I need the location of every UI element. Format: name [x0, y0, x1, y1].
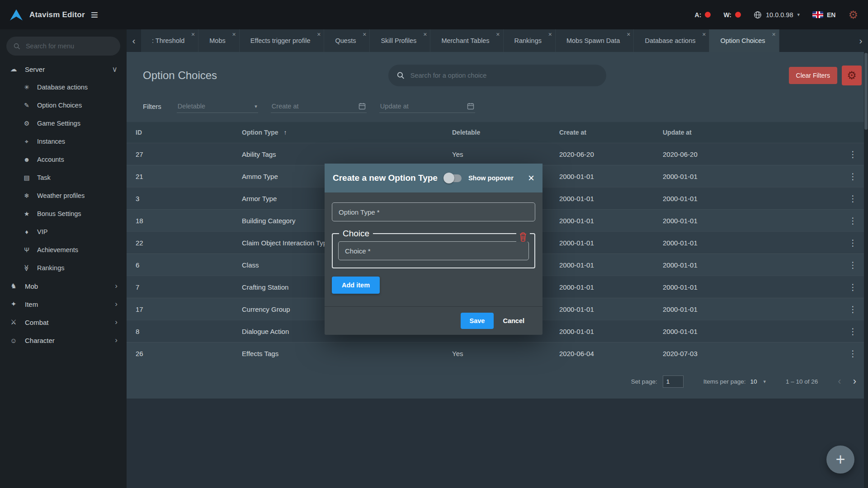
tabs-scroll-right-icon[interactable]: › — [854, 29, 868, 52]
tab-merchant-tables[interactable]: Merchant Tables × — [430, 29, 503, 52]
sidebar-item-option-choices[interactable]: ✎ Option Choices — [0, 96, 127, 114]
cell-update-at: 2020-06-20 — [663, 150, 840, 158]
row-menu-icon[interactable]: ⋮ — [846, 282, 860, 292]
delete-choice-button[interactable] — [516, 232, 530, 242]
table-settings-button[interactable]: ⚙ — [842, 66, 862, 85]
tab-mobs[interactable]: Mobs × — [198, 29, 239, 52]
tab-close-icon[interactable]: × — [232, 31, 236, 38]
items-per-page-select[interactable]: 10 ▾ — [750, 378, 766, 385]
tab-option-choices[interactable]: Option Choices × — [709, 29, 779, 52]
choice-input[interactable] — [338, 241, 529, 260]
tabs-scroll-left-icon[interactable]: ‹ — [127, 29, 141, 52]
sidebar-item-vip[interactable]: ♦ VIP — [0, 223, 127, 241]
table-row[interactable]: 26 Effects Tags Yes 2020-06-04 2020-07-0… — [127, 342, 868, 364]
tab-quests[interactable]: Quests × — [324, 29, 370, 52]
cell-id: 6 — [136, 261, 242, 269]
clear-filters-button[interactable]: Clear Filters — [789, 67, 837, 84]
next-page-icon[interactable]: › — [853, 375, 856, 387]
language-selector[interactable]: EN — [812, 11, 835, 19]
sidebar-group-combat[interactable]: ⚔ Combat › — [0, 313, 127, 331]
tab-close-icon[interactable]: × — [363, 31, 366, 38]
add-option-choice-fab[interactable]: + — [826, 446, 854, 474]
sidebar-item-accounts[interactable]: ☻ Accounts — [0, 150, 127, 169]
row-menu-icon[interactable]: ⋮ — [846, 149, 860, 160]
dialog-close-icon[interactable]: × — [528, 173, 534, 183]
row-menu-icon[interactable]: ⋮ — [846, 216, 860, 226]
column-header-option-type[interactable]: Option Type ↑ — [242, 129, 452, 136]
calendar-icon[interactable] — [359, 103, 366, 110]
sidebar-item-achievements[interactable]: Ψ Achievements — [0, 241, 127, 259]
tab-label: Rankings — [514, 37, 542, 44]
option-type-input[interactable] — [332, 202, 535, 221]
tab-close-icon[interactable]: × — [423, 31, 427, 38]
table-row[interactable]: 27 Ability Tags Yes 2020-06-20 2020-06-2… — [127, 143, 868, 165]
sidebar-group-item[interactable]: ✦ Item › — [0, 295, 127, 313]
deletable-filter-select[interactable]: Deletable ▾ — [177, 100, 258, 113]
vertical-scrollbar[interactable] — [864, 52, 868, 488]
tab-close-icon[interactable]: × — [627, 31, 630, 38]
sidebar-item-label: Weather profiles — [37, 192, 85, 199]
tab-rankings[interactable]: Rankings × — [504, 29, 556, 52]
items-per-page-label: Items per page: — [703, 378, 746, 385]
tab-skill-profiles[interactable]: Skill Profiles × — [370, 29, 430, 52]
tab-effects-trigger-profile[interactable]: Effects trigger profile × — [240, 29, 325, 52]
tab-close-icon[interactable]: × — [702, 31, 706, 38]
add-item-button[interactable]: Add item — [332, 277, 380, 294]
sidebar-item-rankings[interactable]: ≫ Rankings — [0, 259, 127, 277]
row-menu-icon[interactable]: ⋮ — [846, 238, 860, 248]
cell-update-at: 2000-01-01 — [663, 217, 840, 225]
cancel-button[interactable]: Cancel — [496, 313, 531, 329]
tab-threshold[interactable]: : Threshold × — [141, 29, 198, 52]
cell-id: 7 — [136, 283, 242, 291]
cell-update-at: 2020-07-03 — [663, 350, 840, 357]
column-header-id[interactable]: ID — [136, 129, 242, 136]
cell-id: 3 — [136, 195, 242, 202]
scrollbar-thumb[interactable] — [864, 53, 868, 130]
tab-close-icon[interactable]: × — [772, 31, 775, 38]
hamburger-menu-icon[interactable]: ≡ — [91, 9, 98, 21]
tab-close-icon[interactable]: × — [548, 31, 552, 38]
trash-icon — [519, 232, 528, 242]
tab-close-icon[interactable]: × — [317, 31, 321, 38]
sidebar-item-weather-profiles[interactable]: ❄ Weather profiles — [0, 187, 127, 205]
sidebar-item-task[interactable]: ▤ Task — [0, 169, 127, 187]
option-choice-search-input[interactable] — [410, 72, 598, 79]
row-menu-icon[interactable]: ⋮ — [846, 171, 860, 182]
column-header-create-at[interactable]: Create at — [559, 129, 663, 136]
instances-pin-icon: ⌖ — [23, 138, 31, 145]
update-at-filter[interactable]: Update at — [379, 100, 475, 113]
sidebar-item-instances[interactable]: ⌖ Instances — [0, 132, 127, 150]
row-menu-icon[interactable]: ⋮ — [846, 193, 860, 204]
tab-close-icon[interactable]: × — [496, 31, 500, 38]
sidebar-group-mob[interactable]: ♞ Mob › — [0, 277, 127, 295]
tab-close-icon[interactable]: × — [191, 31, 195, 38]
server-ip-selector[interactable]: 10.0.0.98 ▾ — [754, 11, 800, 19]
sidebar-item-bonus-settings[interactable]: ★ Bonus Settings — [0, 205, 127, 223]
sidebar-group-server[interactable]: ☁ Server ∨ — [0, 60, 127, 78]
sidebar-search-input[interactable] — [26, 42, 113, 50]
tab-mobs-spawn-data[interactable]: Mobs Spawn Data × — [556, 29, 634, 52]
settings-gear-icon[interactable]: ⚙ — [848, 9, 858, 20]
previous-page-icon[interactable]: ‹ — [838, 375, 841, 387]
row-menu-icon[interactable]: ⋮ — [846, 326, 860, 337]
sidebar-item-game-settings[interactable]: ⚙ Game Settings — [0, 114, 127, 132]
tab-database-actions[interactable]: Database actions × — [634, 29, 709, 52]
save-button[interactable]: Save — [461, 313, 494, 329]
row-menu-icon[interactable]: ⋮ — [846, 304, 860, 314]
row-menu-icon[interactable]: ⋮ — [846, 348, 860, 359]
create-at-filter[interactable]: Create at — [271, 100, 367, 113]
sidebar-item-label: Bonus Settings — [37, 210, 81, 217]
chevron-right-icon: › — [115, 318, 118, 327]
sort-ascending-icon: ↑ — [284, 129, 287, 136]
sidebar-search[interactable] — [6, 37, 120, 56]
sidebar-group-character[interactable]: ☺ Character › — [0, 331, 127, 349]
column-header-update-at[interactable]: Update at — [663, 129, 840, 136]
row-menu-icon[interactable]: ⋮ — [846, 260, 860, 270]
set-page-input[interactable] — [663, 375, 684, 388]
sidebar-item-database-actions[interactable]: ✳ Database actions — [0, 78, 127, 96]
page-search[interactable] — [388, 65, 606, 86]
column-header-deletable[interactable]: Deletable — [452, 129, 559, 136]
calendar-icon[interactable] — [467, 103, 474, 110]
cell-id: 27 — [136, 150, 242, 158]
show-popover-toggle[interactable] — [444, 174, 462, 182]
